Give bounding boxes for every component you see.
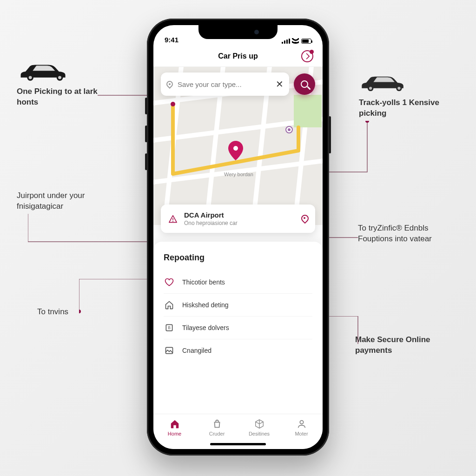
callout-text: One Picking to at lark honts	[17, 87, 98, 106]
callout-text: Make Secure Online payments	[355, 335, 430, 355]
screen: 9:41 Car Pris up	[153, 25, 323, 449]
feature-row[interactable]: Thicotior bents	[164, 271, 312, 294]
feature-label: Hiskshed deting	[182, 301, 229, 309]
phone-frame: 9:41 Car Pris up	[147, 19, 329, 456]
battery-icon	[301, 39, 311, 44]
pin-icon	[301, 215, 308, 223]
wifi-icon	[292, 38, 299, 44]
signal-icon	[282, 39, 290, 44]
svg-point-3	[58, 76, 61, 79]
location-title: DCA Airport	[184, 211, 295, 219]
svg-rect-24	[294, 95, 322, 127]
callout-top-left: One Picking to at lark honts	[17, 60, 114, 108]
clear-icon[interactable]: ✕	[276, 79, 284, 90]
feature-label: Tilayese dolvers	[182, 324, 229, 331]
main-content: Wery bordan ✕ DCA Ai	[153, 67, 323, 414]
features-panel: Repoating Thicotior bents Hiskshed detin…	[153, 242, 323, 414]
connector-line	[28, 214, 158, 260]
search-bar: ✕	[161, 73, 315, 96]
page-title: Car Pris up	[218, 52, 258, 60]
svg-point-13	[365, 121, 369, 123]
svg-point-26	[288, 128, 291, 131]
location-card[interactable]: DCA Airport Ono heproiasione car	[161, 205, 315, 233]
connector-line	[325, 237, 358, 238]
search-input[interactable]	[178, 80, 271, 88]
user-icon	[297, 419, 307, 429]
status-time: 9:41	[165, 36, 178, 44]
picture-icon	[164, 345, 175, 356]
nav-label: Moter	[295, 431, 308, 436]
home-indicator[interactable]	[210, 443, 266, 445]
feature-label: Cnangiled	[182, 347, 212, 354]
svg-text:B: B	[168, 325, 171, 330]
svg-point-28	[233, 146, 238, 151]
search-button[interactable]	[294, 73, 315, 95]
callout-mid-left: Juirpont under your fnisigatagicar	[17, 191, 114, 212]
search-icon	[301, 80, 308, 88]
callout-low-right: Make Secure Online payments	[355, 335, 453, 356]
svg-point-30	[172, 220, 173, 221]
callout-mid-right: To tryZinfic® Ednbls Fouptions into vate…	[358, 223, 456, 245]
feature-row[interactable]: B Tilayese dolvers	[164, 317, 312, 339]
svg-point-7	[79, 310, 81, 313]
svg-point-27	[171, 102, 175, 106]
box-icon: B	[164, 322, 175, 333]
callout-low-left: To tnvins	[37, 307, 68, 317]
callout-text: Juirpont under your fnisigatagicar	[17, 191, 85, 211]
home-filled-icon	[170, 419, 180, 429]
feature-label: Thicotior bents	[182, 278, 225, 286]
heart-icon	[164, 277, 175, 288]
nav-cruder[interactable]: Cruder	[201, 419, 233, 436]
search-field-wrapper[interactable]: ✕	[161, 73, 289, 96]
nav-label: Home	[168, 431, 181, 436]
callout-text: To tryZinfic® Ednbls Fouptions into vate…	[358, 224, 432, 243]
refresh-button[interactable]	[301, 50, 313, 62]
callout-text: Track-yolls 1 Kensive picking	[359, 98, 439, 118]
svg-point-9	[369, 87, 372, 90]
nav-destines[interactable]: Desitines	[243, 419, 276, 436]
home-icon	[164, 299, 175, 311]
car-icon	[17, 60, 73, 83]
map-label: Wery bordan	[224, 172, 253, 177]
nav-label: Cruder	[209, 431, 225, 436]
warning-icon	[168, 215, 178, 223]
callout-top-right: Track-yolls 1 Kensive picking	[359, 72, 456, 119]
feature-row[interactable]: Hiskshed deting	[164, 294, 312, 317]
svg-point-1	[29, 76, 32, 79]
panel-heading: Repoating	[164, 253, 312, 263]
connector-line	[325, 316, 363, 349]
svg-point-34	[300, 421, 303, 424]
nav-label: Desitines	[249, 431, 270, 436]
svg-point-11	[397, 87, 400, 90]
notch	[198, 25, 278, 39]
callout-text: To tnvins	[37, 307, 68, 316]
connector-line	[79, 279, 153, 313]
app-header: Car Pris up	[153, 46, 323, 67]
cube-icon	[254, 419, 264, 429]
nav-moter[interactable]: Moter	[285, 419, 318, 436]
bag-icon	[212, 419, 222, 429]
location-pin-icon	[165, 79, 174, 89]
location-subtitle: Ono heproiasione car	[184, 220, 295, 226]
nav-home[interactable]: Home	[159, 419, 191, 436]
feature-row[interactable]: Cnangiled	[164, 339, 312, 362]
car-icon	[359, 72, 410, 94]
